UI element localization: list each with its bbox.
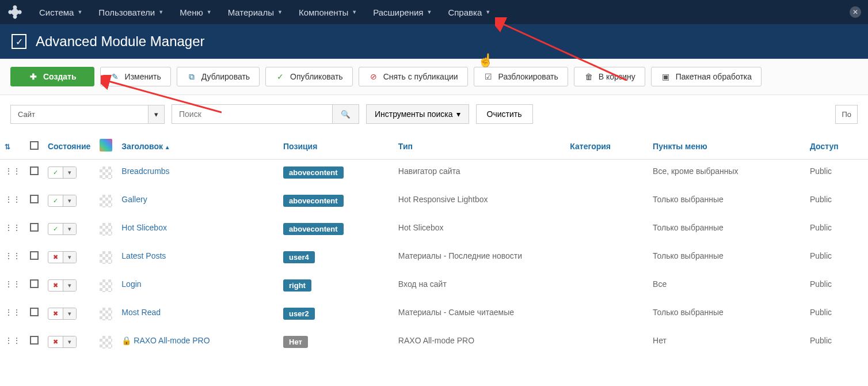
- color-swatch[interactable]: [100, 279, 112, 292]
- position-badge[interactable]: abovecontent: [283, 223, 344, 235]
- position-badge[interactable]: user2: [283, 308, 315, 320]
- clear-button[interactable]: Очистить: [476, 104, 533, 124]
- caret-down-icon: ▾: [63, 167, 76, 178]
- state-toggle[interactable]: ✖▾: [48, 308, 77, 320]
- state-toggle[interactable]: ✖▾: [48, 251, 77, 263]
- module-category: [565, 301, 648, 329]
- col-position[interactable]: Позиция: [279, 133, 394, 160]
- position-badge[interactable]: right: [283, 279, 311, 292]
- pencil-icon: ✎: [110, 71, 120, 82]
- row-checkbox[interactable]: [30, 279, 39, 288]
- drag-handle[interactable]: ⋮⋮: [0, 188, 25, 216]
- drag-handle[interactable]: ⋮⋮: [0, 216, 25, 244]
- top-nav: Система▼ Пользователи▼ Меню▼ Материалы▼ …: [0, 0, 868, 24]
- module-title-link[interactable]: Most Read: [121, 308, 161, 317]
- color-swatch[interactable]: [100, 251, 112, 264]
- nav-menus[interactable]: Меню▼: [172, 2, 219, 23]
- module-category: [565, 244, 648, 273]
- module-access: Public: [805, 329, 868, 357]
- state-toggle[interactable]: ✖▾: [48, 279, 77, 292]
- row-checkbox[interactable]: [30, 195, 39, 203]
- cancel-circle-icon: ⊘: [368, 71, 379, 82]
- duplicate-button[interactable]: ⧉Дублировать: [177, 67, 260, 86]
- table-row: ⋮⋮✖▾Latest Postsuser4Материалы - Последн…: [0, 244, 868, 273]
- row-checkbox[interactable]: [30, 223, 39, 232]
- state-toggle[interactable]: ✓▾: [48, 223, 77, 235]
- row-checkbox[interactable]: [30, 166, 39, 175]
- drag-handle[interactable]: ⋮⋮: [0, 329, 25, 357]
- checkbox-icon: ☑: [484, 71, 494, 82]
- position-badge[interactable]: Нет: [283, 336, 308, 348]
- drag-handle[interactable]: ⋮⋮: [0, 273, 25, 301]
- color-swatch[interactable]: [100, 223, 112, 236]
- module-title-link[interactable]: Breadcrumbs: [121, 166, 169, 176]
- drag-handle[interactable]: ⋮⋮: [0, 301, 25, 329]
- module-category: [565, 160, 648, 188]
- module-title-link[interactable]: RAXO All-mode PRO: [134, 336, 210, 345]
- caret-down-icon: ▼: [158, 9, 163, 15]
- search-input[interactable]: [172, 104, 333, 124]
- module-access: Public: [805, 160, 868, 188]
- unpublished-icon: ✖: [48, 252, 63, 263]
- row-checkbox[interactable]: [30, 336, 39, 345]
- row-checkbox[interactable]: [30, 251, 39, 260]
- unlock-button[interactable]: ☑Разблокировать: [474, 67, 568, 86]
- close-icon[interactable]: ✕: [850, 6, 861, 18]
- unpublish-button[interactable]: ⊘Снять с публикации: [359, 67, 468, 86]
- module-title-link[interactable]: Latest Posts: [121, 251, 166, 260]
- state-toggle[interactable]: ✖▾: [48, 336, 77, 348]
- module-title-link[interactable]: Gallery: [121, 195, 147, 204]
- module-access: Public: [805, 301, 868, 329]
- col-state[interactable]: Состояние: [43, 133, 95, 160]
- create-button[interactable]: ✚Создать: [10, 67, 94, 86]
- nav-help[interactable]: Справка▼: [440, 2, 498, 23]
- caret-down-icon: ▾: [63, 280, 76, 291]
- position-badge[interactable]: user4: [283, 251, 315, 263]
- module-title-link[interactable]: Login: [121, 279, 141, 289]
- state-toggle[interactable]: ✓▾: [48, 195, 77, 207]
- col-color[interactable]: [95, 133, 117, 160]
- module-title-link[interactable]: Hot Slicebox: [121, 223, 167, 232]
- col-order[interactable]: ⇅: [0, 133, 25, 160]
- search-button[interactable]: 🔍: [333, 104, 359, 124]
- state-toggle[interactable]: ✓▾: [48, 166, 77, 179]
- client-select[interactable]: Сайт ▾: [10, 105, 165, 124]
- lock-icon: 🔒: [121, 336, 131, 345]
- color-swatch[interactable]: [100, 308, 112, 320]
- batch-button[interactable]: ▣Пакетная обработка: [651, 67, 762, 86]
- unpublished-icon: ✖: [48, 280, 63, 291]
- col-title[interactable]: Заголовок: [117, 133, 279, 160]
- joomla-logo-icon: [7, 4, 23, 20]
- page-title: Advanced Module Manager: [36, 33, 205, 50]
- position-badge[interactable]: abovecontent: [283, 166, 344, 179]
- module-type: Вход на сайт: [394, 273, 566, 301]
- position-badge[interactable]: abovecontent: [283, 195, 344, 207]
- publish-button[interactable]: ✓Опубликовать: [265, 67, 353, 86]
- col-access[interactable]: Доступ: [805, 133, 868, 160]
- caret-down-icon[interactable]: ▾: [149, 105, 165, 124]
- col-menuitems[interactable]: Пункты меню: [648, 133, 805, 160]
- nav-components[interactable]: Компоненты▼: [291, 2, 365, 23]
- col-type[interactable]: Тип: [394, 133, 566, 160]
- checkbox-all[interactable]: [30, 141, 39, 150]
- color-swatch[interactable]: [100, 336, 112, 349]
- nav-users[interactable]: Пользователи▼: [90, 2, 172, 23]
- caret-down-icon: ▾: [63, 308, 76, 319]
- trash-button[interactable]: 🗑В корзину: [574, 67, 645, 86]
- caret-down-icon: ▼: [352, 9, 357, 15]
- sort-select-cutoff[interactable]: По: [835, 105, 858, 124]
- drag-handle[interactable]: ⋮⋮: [0, 244, 25, 273]
- nav-extensions[interactable]: Расширения▼: [365, 2, 440, 23]
- row-checkbox[interactable]: [30, 308, 39, 316]
- col-category[interactable]: Категория: [565, 133, 648, 160]
- nav-content[interactable]: Материалы▼: [220, 2, 291, 23]
- nav-system[interactable]: Система▼: [31, 2, 90, 23]
- color-swatch[interactable]: [100, 166, 112, 179]
- drag-handle[interactable]: ⋮⋮: [0, 160, 25, 188]
- module-category: [565, 329, 648, 357]
- module-access: Public: [805, 188, 868, 216]
- color-swatch[interactable]: [100, 195, 112, 207]
- edit-button[interactable]: ✎Изменить: [100, 67, 171, 86]
- trash-icon: 🗑: [584, 71, 594, 82]
- search-tools-button[interactable]: Инструменты поиска▾: [366, 104, 469, 124]
